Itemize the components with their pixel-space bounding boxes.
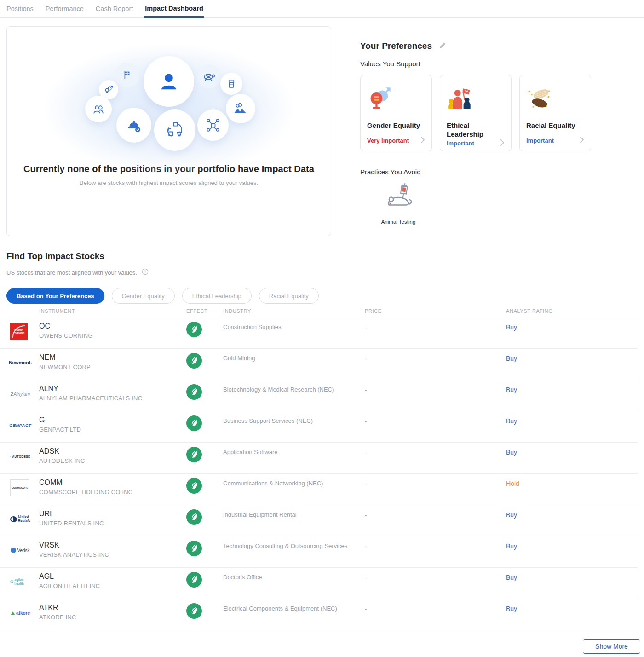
ticker: ADSK <box>39 447 186 455</box>
ethical-leadership-icon <box>447 86 505 112</box>
company-logo: 2Alnylam <box>10 386 30 402</box>
show-more-button[interactable]: Show More <box>583 639 640 654</box>
analyst-rating[interactable]: Buy <box>506 317 517 348</box>
effect-leaf-icon <box>186 425 202 432</box>
practice-animal-testing: Animal Testing <box>368 182 429 225</box>
table-row[interactable]: Verisk VRSKVERISK ANALYTICS INC Technolo… <box>0 536 638 568</box>
tab-positions[interactable]: Positions <box>6 0 34 18</box>
table-row[interactable]: agilon health AGLAGILON HEALTH INC Docto… <box>0 568 638 599</box>
table-row[interactable]: AUTODESK ADSKAUTODESK INC Application So… <box>0 443 638 474</box>
analyst-rating[interactable]: Buy <box>506 380 517 411</box>
effect-leaf-icon <box>186 612 202 620</box>
company-name: NEWMONT CORP <box>39 363 186 370</box>
table-header-row: INSTRUMENT EFFECT INDUSTRY PRICE ANALYST… <box>0 305 638 317</box>
alnylam-mark: 2 <box>11 392 13 397</box>
effect-leaf-icon <box>186 550 202 558</box>
mountains-cloud-icon <box>226 94 255 123</box>
importance-label: Important <box>447 140 474 147</box>
analyst-rating[interactable]: Buy <box>506 349 517 380</box>
company-name: ALNYLAM PHARMACEUTICALS INC <box>39 395 186 402</box>
company-name: OWENS CORNING <box>39 332 186 339</box>
pencil-icon <box>439 43 447 50</box>
price: - <box>365 505 506 536</box>
value-card-racial-equality[interactable]: Racial Equality Important <box>519 75 591 151</box>
filter-racial-equality[interactable]: Racial Equality <box>259 288 319 304</box>
company-name: VERISK ANALYTICS INC <box>39 551 186 558</box>
portfolio-tabs: Positions Performance Cash Report Impact… <box>0 0 644 18</box>
ticker: ATKR <box>39 604 186 612</box>
values-you-support-heading: Values You Support <box>360 60 638 68</box>
analyst-rating[interactable]: Hold <box>506 474 519 505</box>
company-logo: United Rentals <box>10 511 30 527</box>
table-row[interactable]: atkore ATKRATKORE INC Electrical Compone… <box>0 599 638 630</box>
preferences-title: Your Preferences <box>360 41 432 51</box>
empty-state-subtitle: Below are stocks with highest impact sco… <box>7 179 331 186</box>
ticker: OC <box>39 322 186 330</box>
edit-preferences-button[interactable] <box>438 40 448 51</box>
analyst-rating[interactable]: Buy <box>506 443 517 473</box>
table-row[interactable]: GENPACT GGENPACT LTD Business Support Se… <box>0 411 638 443</box>
company-logo: Verisk <box>10 542 30 559</box>
analyst-rating[interactable]: Buy <box>506 536 517 567</box>
tab-performance[interactable]: Performance <box>45 0 85 18</box>
effect-leaf-icon <box>186 362 202 370</box>
company-logo: AUTODESK <box>10 448 30 465</box>
company-logo: atkore <box>10 605 30 621</box>
people-group-icon <box>85 96 112 122</box>
company-logo: agilon health <box>10 573 30 590</box>
industry: Gold Mining <box>223 349 365 380</box>
impact-empty-state-card: Currently none of the positions in your … <box>6 26 331 236</box>
industry: Technology Consulting & Outsourcing Serv… <box>223 536 365 567</box>
header-industry: INDUSTRY <box>223 308 365 314</box>
analyst-rating[interactable]: Buy <box>506 505 517 536</box>
effect-leaf-icon <box>186 456 202 464</box>
analyst-rating[interactable]: Buy <box>506 568 517 599</box>
analyst-rating[interactable]: Buy <box>506 411 517 442</box>
industry: Business Support Services (NEC) <box>223 411 365 442</box>
table-row[interactable]: United Rentals URIUNITED RENTALS INC Ind… <box>0 505 638 536</box>
autodesk-mark <box>10 454 11 459</box>
tab-impact-dashboard[interactable]: Impact Dashboard <box>144 0 204 18</box>
analyst-rating[interactable]: Buy <box>506 599 517 630</box>
chevron-right-icon <box>420 136 425 145</box>
filter-pills: Based on Your Preferences Gender Equalit… <box>6 288 638 304</box>
impact-stocks-table: INSTRUMENT EFFECT INDUSTRY PRICE ANALYST… <box>0 305 644 630</box>
company-logo: Newmont. <box>10 354 30 371</box>
gender-equality-icon <box>367 86 425 112</box>
company-logo: OWENS CORNING <box>10 323 28 340</box>
table-row[interactable]: OWENS CORNING OCOWENS CORNING Constructi… <box>0 317 638 349</box>
company-name: AGILON HEALTH INC <box>39 582 186 589</box>
table-row[interactable]: Newmont. NEMNEWMONT CORP Gold Mining - B… <box>0 349 638 380</box>
atkore-mark <box>11 611 15 615</box>
value-card-ethical-leadership[interactable]: Ethical Leadership Important <box>440 75 512 151</box>
impact-illustration <box>72 53 265 150</box>
filter-ethical-leadership[interactable]: Ethical Leadership <box>182 288 252 304</box>
price: - <box>365 599 506 630</box>
ticker: COMM <box>39 478 186 487</box>
price: - <box>365 443 506 473</box>
company-name: AUTODESK INC <box>39 457 186 464</box>
value-card-gender-equality[interactable]: Gender Equality Very Important <box>360 75 432 151</box>
price: - <box>365 349 506 380</box>
filter-based-on-your-preferences[interactable]: Based on Your Preferences <box>6 288 104 304</box>
info-icon[interactable] <box>142 268 149 277</box>
importance-label: Very Important <box>367 137 409 144</box>
table-row[interactable]: 2Alnylam ALNYALNYLAM PHARMACEUTICALS INC… <box>0 380 638 411</box>
effect-leaf-icon <box>186 581 202 589</box>
industry: Industrial Equipment Rental <box>223 505 365 536</box>
tab-cash-report[interactable]: Cash Report <box>95 0 134 18</box>
ticker: ALNY <box>39 385 186 393</box>
person-icon <box>144 56 194 107</box>
verisk-mark <box>11 548 16 553</box>
filter-gender-equality[interactable]: Gender Equality <box>112 288 175 304</box>
effect-leaf-icon <box>186 393 202 401</box>
find-section-subtitle: US stocks that are most aligned with you… <box>6 269 137 276</box>
header-price: PRICE <box>365 308 506 314</box>
your-preferences-panel: Your Preferences Values You Support Gend… <box>360 40 638 225</box>
table-row[interactable]: COMMSCOPE COMMCOMMSCOPE HOLDING CO INC C… <box>0 474 638 505</box>
price: - <box>365 474 506 505</box>
price: - <box>365 536 506 567</box>
practice-label: Animal Testing <box>381 219 416 225</box>
network-icon <box>197 110 229 141</box>
united-rentals-mark <box>10 516 17 522</box>
